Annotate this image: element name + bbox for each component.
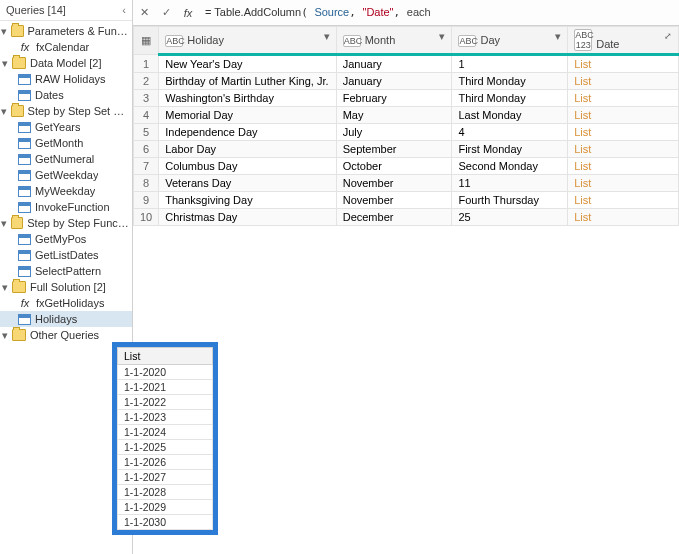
cell-date-list[interactable]: List: [568, 209, 679, 226]
cell-month[interactable]: January: [336, 55, 452, 73]
column-header[interactable]: ABCHoliday▾: [159, 27, 336, 55]
cell-day[interactable]: First Monday: [452, 141, 568, 158]
table-row[interactable]: 4Memorial DayMayLast MondayList: [134, 107, 679, 124]
list-item[interactable]: 1-1-2024: [117, 425, 213, 440]
tree-group-header[interactable]: ▾Step by Step Set Up [6]: [0, 103, 132, 119]
list-item[interactable]: 1-1-2030: [117, 515, 213, 530]
table-row[interactable]: 1New Year's DayJanuary1List: [134, 55, 679, 73]
cell-holiday[interactable]: Veterans Day: [159, 175, 336, 192]
tree-item[interactable]: Holidays: [0, 311, 132, 327]
column-header[interactable]: ABCMonth▾: [336, 27, 452, 55]
row-index[interactable]: 10: [134, 209, 159, 226]
cell-date-list[interactable]: List: [568, 124, 679, 141]
cell-holiday[interactable]: Columbus Day: [159, 158, 336, 175]
row-index[interactable]: 7: [134, 158, 159, 175]
cell-day[interactable]: 11: [452, 175, 568, 192]
cell-month[interactable]: October: [336, 158, 452, 175]
formula-cancel-button[interactable]: ✕: [133, 2, 155, 24]
tree-item[interactable]: MyWeekday: [0, 183, 132, 199]
list-item[interactable]: 1-1-2025: [117, 440, 213, 455]
formula-input[interactable]: = Table.AddColumn( Source, "Date", each: [199, 6, 679, 19]
list-item[interactable]: 1-1-2023: [117, 410, 213, 425]
tree-group-header[interactable]: ▾Other Queries: [0, 327, 132, 343]
table-row[interactable]: 7Columbus DayOctoberSecond MondayList: [134, 158, 679, 175]
tree-group-header[interactable]: ▾Data Model [2]: [0, 55, 132, 71]
tree-item[interactable]: GetMonth: [0, 135, 132, 151]
row-index[interactable]: 4: [134, 107, 159, 124]
row-index[interactable]: 8: [134, 175, 159, 192]
cell-month[interactable]: February: [336, 90, 452, 107]
row-index[interactable]: 1: [134, 55, 159, 73]
tree-item[interactable]: RAW Holidays: [0, 71, 132, 87]
cell-date-list[interactable]: List: [568, 175, 679, 192]
cell-holiday[interactable]: Independence Day: [159, 124, 336, 141]
cell-date-list[interactable]: List: [568, 73, 679, 90]
row-header-corner[interactable]: ▦: [134, 27, 159, 55]
cell-holiday[interactable]: New Year's Day: [159, 55, 336, 73]
tree-group-header[interactable]: ▾Parameters & Functio...: [0, 23, 132, 39]
tree-item[interactable]: fxfxGetHolidays: [0, 295, 132, 311]
tree-item[interactable]: GetYears: [0, 119, 132, 135]
tree-item[interactable]: SelectPattern: [0, 263, 132, 279]
row-index[interactable]: 2: [134, 73, 159, 90]
cell-date-list[interactable]: List: [568, 55, 679, 73]
filter-icon[interactable]: ▾: [436, 30, 448, 42]
list-item[interactable]: 1-1-2026: [117, 455, 213, 470]
list-item[interactable]: 1-1-2027: [117, 470, 213, 485]
table-row[interactable]: 5Independence DayJuly4List: [134, 124, 679, 141]
cell-day[interactable]: Fourth Thursday: [452, 192, 568, 209]
cell-day[interactable]: Third Monday: [452, 90, 568, 107]
row-index[interactable]: 3: [134, 90, 159, 107]
tree-item[interactable]: GetWeekday: [0, 167, 132, 183]
cell-day[interactable]: 4: [452, 124, 568, 141]
cell-date-list[interactable]: List: [568, 107, 679, 124]
cell-day[interactable]: 25: [452, 209, 568, 226]
column-header[interactable]: ABC123Date⤢: [568, 27, 679, 55]
table-row[interactable]: 2Birthday of Martin Luther King, Jr.Janu…: [134, 73, 679, 90]
tree-item[interactable]: fxfxCalendar: [0, 39, 132, 55]
tree-group-header[interactable]: ▾Step by Step Function...: [0, 215, 132, 231]
cell-month[interactable]: May: [336, 107, 452, 124]
cell-month[interactable]: July: [336, 124, 452, 141]
expand-column-icon[interactable]: ⤢: [661, 30, 675, 42]
cell-date-list[interactable]: List: [568, 158, 679, 175]
row-index[interactable]: 5: [134, 124, 159, 141]
tree-item[interactable]: GetMyPos: [0, 231, 132, 247]
tree-item[interactable]: InvokeFunction: [0, 199, 132, 215]
table-row[interactable]: 10Christmas DayDecember25List: [134, 209, 679, 226]
cell-date-list[interactable]: List: [568, 90, 679, 107]
collapse-sidebar-icon[interactable]: ‹: [122, 4, 126, 16]
cell-holiday[interactable]: Thanksgiving Day: [159, 192, 336, 209]
tree-item[interactable]: GetNumeral: [0, 151, 132, 167]
cell-month[interactable]: January: [336, 73, 452, 90]
cell-holiday[interactable]: Birthday of Martin Luther King, Jr.: [159, 73, 336, 90]
cell-day[interactable]: Last Monday: [452, 107, 568, 124]
row-index[interactable]: 9: [134, 192, 159, 209]
cell-day[interactable]: Second Monday: [452, 158, 568, 175]
list-item[interactable]: 1-1-2021: [117, 380, 213, 395]
tree-group-header[interactable]: ▾Full Solution [2]: [0, 279, 132, 295]
list-item[interactable]: 1-1-2029: [117, 500, 213, 515]
cell-month[interactable]: December: [336, 209, 452, 226]
cell-month[interactable]: September: [336, 141, 452, 158]
filter-icon[interactable]: ▾: [321, 30, 333, 42]
cell-date-list[interactable]: List: [568, 192, 679, 209]
table-row[interactable]: 3Washington's BirthdayFebruaryThird Mond…: [134, 90, 679, 107]
cell-holiday[interactable]: Christmas Day: [159, 209, 336, 226]
list-item[interactable]: 1-1-2022: [117, 395, 213, 410]
row-index[interactable]: 6: [134, 141, 159, 158]
cell-holiday[interactable]: Memorial Day: [159, 107, 336, 124]
cell-day[interactable]: 1: [452, 55, 568, 73]
cell-date-list[interactable]: List: [568, 141, 679, 158]
formula-accept-button[interactable]: ✓: [155, 2, 177, 24]
list-item[interactable]: 1-1-2020: [117, 365, 213, 380]
filter-icon[interactable]: ▾: [552, 30, 564, 42]
cell-day[interactable]: Third Monday: [452, 73, 568, 90]
list-item[interactable]: 1-1-2028: [117, 485, 213, 500]
table-row[interactable]: 6Labor DaySeptemberFirst MondayList: [134, 141, 679, 158]
tree-item[interactable]: GetListDates: [0, 247, 132, 263]
cell-month[interactable]: November: [336, 192, 452, 209]
cell-month[interactable]: November: [336, 175, 452, 192]
column-header[interactable]: ABCDay▾: [452, 27, 568, 55]
table-row[interactable]: 8Veterans DayNovember11List: [134, 175, 679, 192]
